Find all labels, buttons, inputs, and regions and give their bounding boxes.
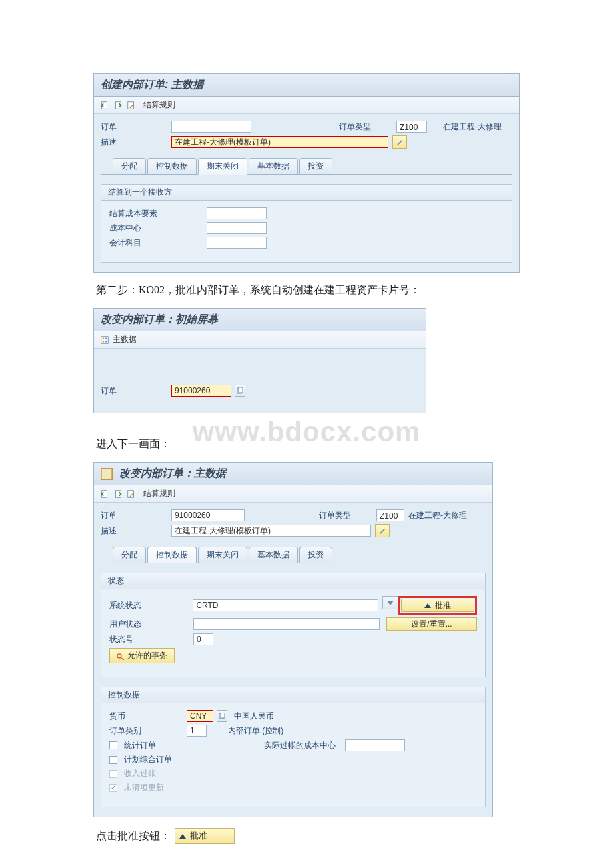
sys-status-input <box>193 599 378 611</box>
sys-status-label: 系统状态 <box>109 600 189 611</box>
tab-strip: 分配 控制数据 期末关闭 基本数据 投资 <box>101 158 512 175</box>
approve-button-inline-label: 批准 <box>190 830 207 842</box>
order-type-value-3: Z100 <box>376 509 404 521</box>
step2-text: 第二步：KO02，批准内部订单，系统自动创建在建工程资产卡片号： <box>96 283 517 297</box>
toolbar-3: 结算规则 <box>94 485 492 503</box>
svg-rect-9 <box>239 387 243 393</box>
order-type-desc: 在建工程-大修理 <box>443 121 502 133</box>
next-screen-text: 进入下一画面： <box>96 437 517 451</box>
toolbar-2: 主数据 <box>94 331 426 349</box>
group-status-title: 状态 <box>101 573 485 589</box>
user-status-label: 用户状态 <box>109 619 189 630</box>
approve-button-label: 批准 <box>435 600 451 611</box>
order-input-2[interactable] <box>171 385 231 397</box>
tab-period-end-3[interactable]: 期末关闭 <box>198 547 247 563</box>
approve-highlight: 批准 <box>398 596 477 615</box>
page-right-icon[interactable] <box>113 100 123 111</box>
currency-input[interactable] <box>187 710 213 722</box>
click-approve-text: 点击批准按钮： <box>96 829 171 843</box>
gl-account-label: 会计科目 <box>109 237 203 249</box>
settle-cost-element-input[interactable] <box>207 207 267 219</box>
change-order-master-window: 改变内部订单：主数据 结算规则 订单 订单类型 Z100 在建工程-大修理 <box>93 462 493 817</box>
actual-cc-input[interactable] <box>345 739 405 751</box>
page-right-icon[interactable] <box>113 489 123 499</box>
allowed-trans-label: 允许的事务 <box>127 650 167 661</box>
tab-basic-data-3[interactable]: 基本数据 <box>249 547 298 563</box>
svg-rect-11 <box>102 469 111 479</box>
edit-icon[interactable] <box>126 100 137 111</box>
order-type-desc-3: 在建工程-大修理 <box>408 510 467 521</box>
revenue-post-label: 收入过账 <box>124 768 156 779</box>
revenue-post-checkbox <box>109 770 117 778</box>
currency-label: 货币 <box>109 711 183 722</box>
order-cat-desc: 内部订单 (控制) <box>228 725 283 737</box>
settlement-rule-button[interactable]: 结算规则 <box>143 99 175 111</box>
tab-period-end[interactable]: 期末关闭 <box>198 158 247 175</box>
settlement-rule-button-3[interactable]: 结算规则 <box>143 488 175 499</box>
gl-account-input[interactable] <box>207 237 267 249</box>
tab-basic-data[interactable]: 基本数据 <box>249 158 298 174</box>
window-title: 创建内部订单: 主数据 <box>94 74 519 97</box>
cost-center-label: 成本中心 <box>109 223 203 234</box>
svg-point-15 <box>117 654 121 658</box>
approve-button[interactable]: 批准 <box>401 599 474 612</box>
create-internal-order-window: 创建内部订单: 主数据 结算规则 订单 订单类型 Z100 在建工程-大修理 <box>93 73 520 273</box>
tab-investment[interactable]: 投资 <box>299 158 332 174</box>
order-type-label-3: 订单类型 <box>319 510 372 521</box>
long-text-button-3[interactable] <box>375 524 390 537</box>
order-input-3[interactable] <box>171 509 245 521</box>
svg-rect-18 <box>221 713 225 718</box>
stat-order-checkbox[interactable] <box>109 741 117 749</box>
master-data-icon[interactable] <box>99 335 110 345</box>
svg-rect-4 <box>103 337 105 339</box>
desc-label-3: 描述 <box>101 525 167 537</box>
status-prev-button[interactable] <box>382 596 398 609</box>
tab-assignment-3[interactable]: 分配 <box>113 547 146 563</box>
edit-icon[interactable] <box>126 489 137 499</box>
triangle-up-icon <box>179 834 186 839</box>
open-item-checkbox <box>109 784 117 792</box>
tab-control-data-3[interactable]: 控制数据 <box>147 547 197 563</box>
screen-icon <box>101 468 113 480</box>
order-label-3: 订单 <box>101 510 167 521</box>
plan-order-label: 计划综合订单 <box>124 754 172 765</box>
status-no-input[interactable] <box>193 633 213 645</box>
svg-rect-6 <box>105 337 107 339</box>
page-left-icon[interactable] <box>99 489 110 499</box>
allowed-trans-button[interactable]: 允许的事务 <box>109 648 175 663</box>
stat-order-label: 统计订单 <box>124 740 156 751</box>
change-order-initial-window: 改变内部订单：初始屏幕 主数据 订单 <box>93 308 426 413</box>
plan-order-checkbox[interactable] <box>109 756 117 764</box>
master-data-button[interactable]: 主数据 <box>113 334 137 345</box>
svg-rect-3 <box>101 336 109 343</box>
status-no-label: 状态号 <box>109 634 189 645</box>
user-status-input[interactable] <box>193 618 380 630</box>
page-left-icon[interactable] <box>99 100 110 111</box>
window-title-3: 改变内部订单：主数据 <box>119 467 226 481</box>
long-text-button[interactable] <box>392 135 407 149</box>
currency-search-help-icon[interactable] <box>217 710 227 722</box>
settle-cost-element-label: 结算成本要素 <box>109 208 203 219</box>
desc-input[interactable] <box>171 136 388 148</box>
toolbar: 结算规则 <box>94 97 519 114</box>
window-title-3-bar: 改变内部订单：主数据 <box>94 463 492 485</box>
desc-label: 描述 <box>101 137 167 148</box>
order-cat-input <box>187 725 207 737</box>
order-type-label: 订单类型 <box>339 121 392 133</box>
tab-investment-3[interactable]: 投资 <box>299 547 332 563</box>
group-settlement-receiver: 结算到一个接收方 <box>101 185 512 201</box>
svg-line-16 <box>121 658 124 660</box>
tab-control-data[interactable]: 控制数据 <box>147 158 197 174</box>
tab-strip-3: 分配 控制数据 期末关闭 基本数据 投资 <box>101 547 486 563</box>
tab-assignment[interactable]: 分配 <box>113 158 146 174</box>
set-reset-button[interactable]: 设置/重置... <box>386 617 477 631</box>
desc-input-3[interactable] <box>171 525 371 537</box>
actual-cc-label: 实际过帐的成本中心 <box>264 740 336 751</box>
order-label-2: 订单 <box>101 385 167 397</box>
order-input[interactable] <box>171 121 251 133</box>
search-help-icon[interactable] <box>235 385 245 397</box>
order-type-value: Z100 <box>396 121 427 133</box>
cost-center-input[interactable] <box>207 222 267 234</box>
approve-button-inline[interactable]: 批准 <box>175 828 235 844</box>
order-cat-label: 订单类别 <box>109 725 183 737</box>
